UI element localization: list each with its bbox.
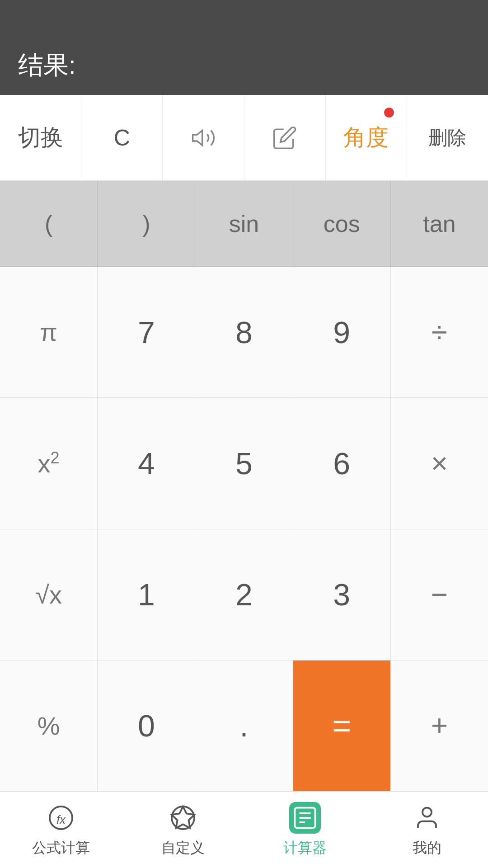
calculator-icon [289,802,321,834]
xsquared-label: x2 [38,448,60,478]
percent-label: % [38,711,60,741]
calc-grid: π 7 8 9 ÷ x2 4 5 6 × [0,267,488,791]
divide-button[interactable]: ÷ [391,267,488,397]
sound-button[interactable] [163,95,244,180]
two-label: 2 [235,577,253,612]
nav-calculator[interactable]: 计算器 [244,802,366,858]
one-label: 1 [138,577,155,612]
sqrt-label: √x [35,580,62,609]
add-label: + [431,709,448,742]
red-dot [384,108,394,118]
add-button[interactable]: + [391,660,488,791]
sin-button[interactable]: sin [195,181,293,266]
sqrt-button[interactable]: √x [0,529,98,660]
switch-label: 切换 [18,123,63,153]
calc-row-2: x2 4 5 6 × [0,398,488,529]
custom-label: 自定义 [161,838,205,858]
seven-button[interactable]: 7 [98,267,195,397]
switch-button[interactable]: 切换 [0,95,81,180]
five-label: 5 [235,446,253,481]
formula-icon: fx [45,802,77,834]
zero-button[interactable]: 0 [98,660,195,791]
five-button[interactable]: 5 [195,398,293,528]
four-label: 4 [138,446,155,481]
nav-mine[interactable]: 我的 [366,802,488,858]
zero-label: 0 [138,708,155,743]
nav-formula[interactable]: fx 公式计算 [0,802,122,858]
tan-label: tan [423,210,455,237]
control-bar: 切换 C 角度 删除 [0,95,488,181]
multiply-label: × [431,447,448,480]
edit-button[interactable] [244,95,326,180]
dot-label: . [240,708,249,743]
right-paren-label: ) [142,210,150,237]
sound-icon [191,125,216,151]
tan-button[interactable]: tan [391,181,488,266]
cos-label: cos [324,210,360,237]
six-label: 6 [333,446,350,481]
right-paren-button[interactable]: ) [98,181,195,266]
three-button[interactable]: 3 [293,529,391,660]
divide-label: ÷ [432,316,447,349]
bottom-nav: fx 公式计算 自定义 计算器 [0,791,488,868]
eight-label: 8 [235,315,253,350]
sin-label: sin [229,210,259,237]
three-label: 3 [333,577,350,612]
svg-point-9 [422,807,432,816]
left-paren-button[interactable]: ( [0,181,98,266]
equals-label: = [332,707,351,744]
mine-label: 我的 [413,838,441,858]
percent-button[interactable]: % [0,660,98,791]
clear-button[interactable]: C [81,95,163,180]
result-area: 结果: [0,36,488,95]
calc-row-4: % 0 . = + [0,660,488,791]
nine-button[interactable]: 9 [293,267,391,397]
two-button[interactable]: 2 [195,529,293,660]
edit-icon [272,125,297,151]
result-label: 结果: [18,48,76,83]
six-button[interactable]: 6 [293,398,391,528]
calculator-label: 计算器 [283,838,327,858]
subtract-label: − [431,578,448,611]
svg-text:fx: fx [56,813,66,826]
angle-label: 角度 [343,123,389,153]
cos-button[interactable]: cos [293,181,391,266]
eight-button[interactable]: 8 [195,267,293,397]
dot-button[interactable]: . [195,660,293,791]
four-button[interactable]: 4 [98,398,195,528]
calc-row-3: √x 1 2 3 − [0,529,488,660]
calc-row-1: π 7 8 9 ÷ [0,267,488,398]
subtract-button[interactable]: − [391,529,488,660]
multiply-button[interactable]: × [391,398,488,528]
pi-button[interactable]: π [0,267,98,397]
trig-row: ( ) sin cos tan [0,181,488,267]
equals-button[interactable]: = [293,660,391,791]
status-bar [0,0,488,36]
angle-button[interactable]: 角度 [326,95,407,180]
formula-label: 公式计算 [32,838,90,858]
delete-button[interactable]: 删除 [407,95,488,180]
svg-marker-0 [193,130,202,145]
seven-label: 7 [138,315,155,350]
clear-label: C [114,125,130,151]
delete-label: 删除 [428,125,466,151]
nine-label: 9 [333,315,350,350]
pi-label: π [40,317,57,347]
xsquared-button[interactable]: x2 [0,398,98,528]
custom-icon [167,802,199,834]
one-button[interactable]: 1 [98,529,195,660]
nav-custom[interactable]: 自定义 [122,802,244,858]
left-paren-label: ( [45,210,52,237]
user-icon [411,802,443,834]
